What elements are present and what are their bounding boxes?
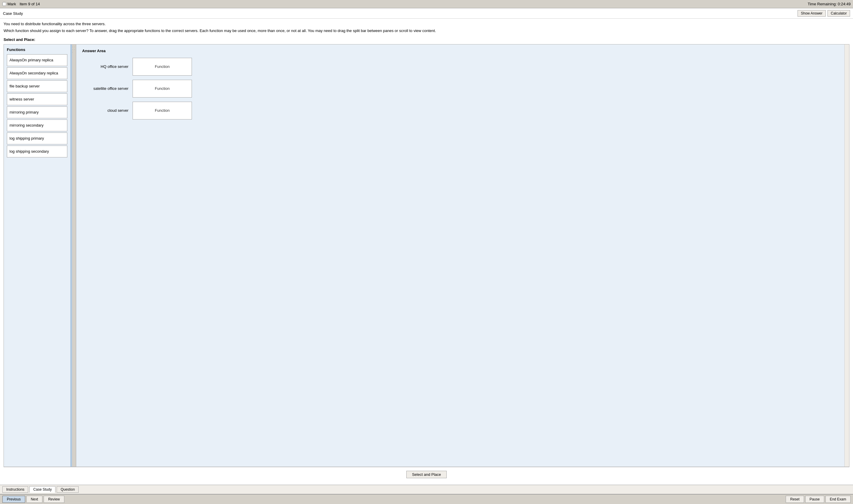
function-items-container: AlwaysOn primary replicaAlwaysOn seconda… [7,54,67,159]
top-bar-left: Mark Item 9 of 14 [2,2,40,6]
function-item-f3[interactable]: file backup server [7,80,67,92]
tab-buttons-container: InstructionsCase StudyQuestion [2,486,78,493]
content-area: You need to distribute functionality acr… [0,19,853,485]
answer-row-0: HQ office serverFunction [82,58,838,76]
answer-row-2: cloud serverFunction [82,102,838,120]
function-drop-box-0[interactable]: Function [132,58,192,76]
tab-case-study[interactable]: Case Study [29,486,55,493]
answer-area-title: Answer Area [82,49,838,53]
function-item-f1[interactable]: AlwaysOn primary replica [7,54,67,66]
function-item-f2[interactable]: AlwaysOn secondary replica [7,67,67,79]
tab-instructions[interactable]: Instructions [2,486,28,493]
server-label-2: cloud server [82,108,132,113]
function-drop-box-1[interactable]: Function [132,80,192,97]
header-area: Case Study Show Answer Calculator [0,8,853,19]
divider-dots-icon: · · · · · [72,46,76,54]
nav-right: Reset Pause End Exam [786,496,851,503]
answer-rows-container: HQ office serverFunctionsatellite office… [82,58,838,120]
instruction-line2: Which function should you assign to each… [3,28,850,34]
show-answer-button[interactable]: Show Answer [798,10,826,17]
end-exam-button[interactable]: End Exam [825,496,851,503]
function-item-f7[interactable]: log shipping primary [7,132,67,144]
tab-bar: InstructionsCase StudyQuestion [0,485,853,494]
previous-button[interactable]: Previous [2,496,25,503]
function-drop-box-2[interactable]: Function [132,102,192,120]
function-item-f8[interactable]: log shipping secondary [7,146,67,158]
top-bar: Mark Item 9 of 14 Time Remaining: 0:24:4… [0,0,853,8]
answer-panel: Answer Area HQ office serverFunctionsate… [76,44,845,467]
function-item-f4[interactable]: witness server [7,93,67,105]
time-remaining: Time Remaining: 0:24:49 [807,2,851,6]
functions-title: Functions [7,48,67,52]
drag-area: Functions AlwaysOn primary replicaAlways… [3,44,850,467]
function-item-f5[interactable]: mirroring primary [7,106,67,118]
select-and-place-button[interactable]: Select and Place [406,471,447,478]
nav-bar: Previous Next Review Reset Pause End Exa… [0,494,853,504]
review-button[interactable]: Review [43,496,64,503]
tab-question[interactable]: Question [57,486,78,493]
server-label-1: satellite office server [82,86,132,91]
header-buttons: Show Answer Calculator [798,10,850,17]
next-button[interactable]: Next [26,496,43,503]
pause-button[interactable]: Pause [805,496,824,503]
item-info: Item 9 of 14 [20,2,40,6]
split-divider[interactable]: · · · · · [72,44,76,467]
case-study-title: Case Study [3,11,23,16]
mark-input[interactable] [2,2,6,6]
scrollbar-area[interactable] [845,44,849,467]
calculator-button[interactable]: Calculator [828,10,850,17]
functions-panel: Functions AlwaysOn primary replicaAlways… [4,44,72,467]
instruction-line1: You need to distribute functionality acr… [3,22,850,26]
nav-left: Previous Next Review [2,496,64,503]
function-item-f6[interactable]: mirroring secondary [7,120,67,131]
bottom-action-area: Select and Place [3,467,850,482]
reset-button[interactable]: Reset [786,496,804,503]
server-label-0: HQ office server [82,64,132,69]
answer-row-1: satellite office serverFunction [82,80,838,97]
mark-checkbox[interactable]: Mark [2,2,16,6]
mark-label: Mark [7,2,16,6]
select-place-label: Select and Place: [3,37,850,42]
